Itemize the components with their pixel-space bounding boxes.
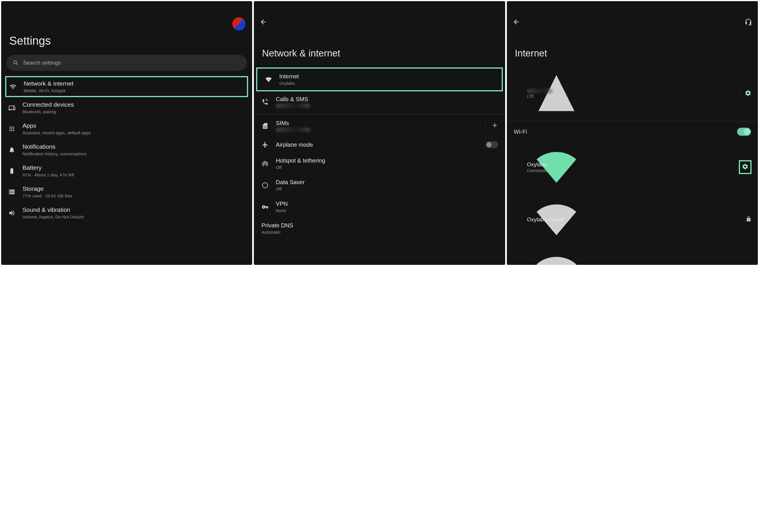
wifi-settings-button[interactable]: [742, 163, 749, 171]
back-icon[interactable]: [260, 18, 267, 26]
page-title: Internet: [507, 30, 758, 67]
settings-item-connected-devices[interactable]: Connected devicesBluetooth, pairing: [1, 97, 252, 118]
vpn-icon: [261, 203, 268, 210]
network-item-sims[interactable]: SIMs: [254, 115, 505, 137]
battery-icon: [8, 167, 15, 174]
wifi-icon: [10, 83, 17, 90]
highlight-box: Network & internet Mobile, Wi-Fi, hotspo…: [5, 76, 248, 97]
gear-icon: [744, 90, 751, 97]
page-title: Network & internet: [254, 30, 505, 67]
wifi-section: Wi-Fi: [507, 122, 758, 141]
hotspot-icon: [261, 160, 268, 167]
network-item-private-dns[interactable]: Private DNSAutomatic: [254, 218, 505, 239]
plus-icon: [491, 122, 498, 129]
grid-icon: [8, 125, 15, 132]
settings-item-storage[interactable]: Storage77% used · 29.61 GB free: [1, 181, 252, 202]
divider: [507, 121, 758, 121]
sim-icon: [261, 122, 268, 129]
settings-item-sound[interactable]: Sound & vibrationVolume, haptics, Do Not…: [1, 202, 252, 224]
devices-icon: [8, 104, 15, 111]
network-item-internet[interactable]: InternetOxylabs: [257, 68, 501, 90]
add-sim-button[interactable]: [485, 122, 498, 130]
network-item-calls-sms[interactable]: Calls & SMS: [254, 91, 505, 113]
bell-icon: [8, 146, 15, 153]
storage-icon: [8, 188, 15, 195]
datasaver-icon: [261, 182, 268, 189]
settings-item-battery[interactable]: Battery91% · About 1 day, 4 hr left: [1, 160, 252, 181]
settings-item-apps[interactable]: AppsAssistant, recent apps, default apps: [1, 118, 252, 139]
gear-icon: [742, 163, 749, 170]
network-item-datasaver[interactable]: Data SaverOff: [254, 174, 505, 196]
sound-icon: [8, 210, 15, 217]
search-icon: [13, 60, 19, 66]
wifi-filled-icon: [265, 76, 272, 83]
lock-icon: [746, 216, 751, 223]
network-item-hotspot[interactable]: Hotspot & tetheringOff: [254, 153, 505, 174]
settings-item-notifications[interactable]: NotificationsNotification history, conve…: [1, 139, 252, 160]
wifi-network-item[interactable]: [507, 246, 758, 265]
blurred-text: [527, 89, 553, 93]
wifi-network-item[interactable]: Oxylabs-Guest: [507, 193, 758, 246]
internet-panel: Internet LTE Wi-Fi OxylabsConnected Oxyl…: [507, 1, 758, 265]
back-icon[interactable]: [513, 18, 520, 26]
search-placeholder: Search settings: [23, 60, 61, 66]
airplane-toggle[interactable]: [486, 141, 498, 148]
wifi-icon: [513, 250, 600, 265]
cellular-settings-button[interactable]: [739, 90, 751, 98]
page-title: Settings: [1, 1, 252, 55]
wifi-toggle[interactable]: [737, 128, 751, 136]
blurred-text: [276, 103, 310, 108]
network-internet-panel: Network & internet InternetOxylabs Calls…: [254, 1, 505, 265]
highlight-box: InternetOxylabs: [256, 67, 502, 91]
network-item-airplane[interactable]: Airplane mode: [254, 137, 505, 153]
search-input[interactable]: Search settings: [6, 55, 247, 71]
phone-icon: [261, 99, 268, 105]
cellular-item[interactable]: LTE: [507, 67, 758, 120]
blurred-text: [276, 127, 310, 132]
profile-avatar[interactable]: [232, 17, 246, 31]
settings-item-network[interactable]: Network & internet Mobile, Wi-Fi, hotspo…: [9, 80, 245, 93]
settings-panel: Settings Search settings Network & inter…: [1, 1, 252, 265]
headset-icon[interactable]: [744, 18, 752, 26]
wifi-network-connected[interactable]: OxylabsConnected: [507, 141, 758, 193]
highlight-box: [739, 160, 751, 174]
divider: [254, 114, 505, 114]
network-item-vpn[interactable]: VPNNone: [254, 196, 505, 218]
airplane-icon: [261, 141, 268, 148]
